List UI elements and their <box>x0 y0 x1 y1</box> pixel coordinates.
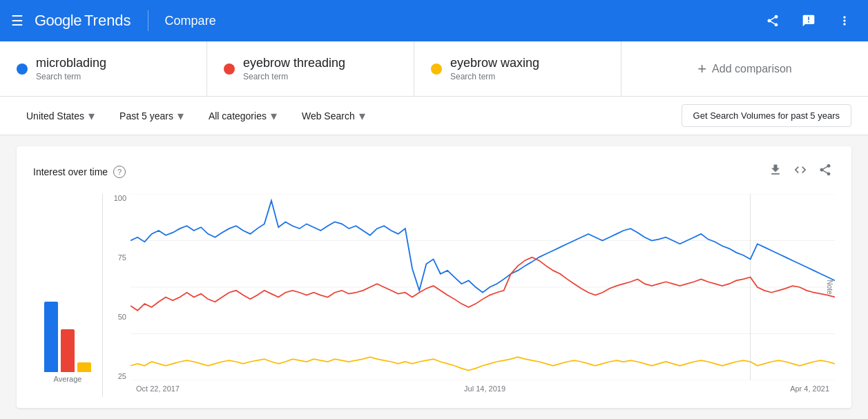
avg-bar-eyebrow-threading <box>61 329 75 372</box>
x-label-3: Apr 4, 2021 <box>790 384 829 393</box>
add-comparison-button[interactable]: + Add comparison <box>621 41 868 96</box>
avg-bar-microblading <box>44 302 58 372</box>
share-icon[interactable] <box>760 8 785 33</box>
chart-svg-container: Note <box>131 194 835 380</box>
menu-icon[interactable]: ☰ <box>11 12 23 29</box>
x-axis: Oct 22, 2017 Jul 14, 2019 Apr 4, 2021 <box>131 380 835 397</box>
term-name-eyebrow-waxing: eyebrow waxing <box>450 56 539 70</box>
y-label-100: 100 <box>114 194 126 202</box>
help-icon[interactable]: ? <box>113 166 126 178</box>
term-name-eyebrow-threading: eyebrow threading <box>243 56 345 70</box>
get-volumes-button[interactable]: Get Search Volumes for past 5 years <box>682 104 851 127</box>
app-logo: Google Trends <box>35 12 131 30</box>
term-info-eyebrow-waxing: eyebrow waxing Search term <box>450 56 539 81</box>
search-type-filter[interactable]: Web Search ▾ <box>292 103 375 129</box>
term-info-eyebrow-threading: eyebrow threading Search term <box>243 56 345 81</box>
chart-body: Average 100 75 50 25 <box>33 194 835 397</box>
location-filter[interactable]: United States ▾ <box>17 103 104 129</box>
average-label: Average <box>54 375 82 383</box>
chart-header: Interest over time ? <box>33 160 835 183</box>
add-icon: + <box>697 60 706 78</box>
location-chevron-icon: ▾ <box>88 108 95 124</box>
chart-title: Interest over time <box>33 166 108 177</box>
term-type-microblading: Search term <box>36 72 106 81</box>
download-icon[interactable] <box>766 160 785 183</box>
time-filter-label: Past 5 years <box>119 110 173 121</box>
term-info-microblading: microblading Search term <box>36 56 106 81</box>
help-icon-label: ? <box>117 168 122 176</box>
avg-bar-eyebrow-waxing <box>77 362 91 372</box>
term-dot-eyebrow-waxing <box>431 64 442 75</box>
term-dot-eyebrow-threading <box>224 64 235 75</box>
y-label-25: 25 <box>118 372 126 380</box>
search-type-label: Web Search <box>302 110 355 121</box>
search-terms-bar: microblading Search term eyebrow threadi… <box>0 41 868 97</box>
share-chart-icon[interactable] <box>816 160 835 183</box>
x-label-1: Oct 22, 2017 <box>136 384 180 393</box>
embed-icon[interactable] <box>791 160 810 183</box>
time-chevron-icon: ▾ <box>177 108 184 124</box>
app-header: ☰ Google Trends Compare <box>0 0 868 41</box>
y-label-75: 75 <box>118 253 126 262</box>
x-label-2: Jul 14, 2019 <box>464 384 505 393</box>
add-comparison-label: Add comparison <box>712 63 792 75</box>
interest-over-time-chart: Interest over time ? <box>17 146 851 408</box>
average-bars <box>44 289 91 372</box>
note-label: Note <box>826 280 833 294</box>
trends-wordmark: Trends <box>84 12 131 30</box>
term-dot-microblading <box>17 64 28 75</box>
page-title: Compare <box>165 14 216 28</box>
search-term-microblading[interactable]: microblading Search term <box>0 41 207 96</box>
category-filter-label: All categories <box>209 110 267 121</box>
term-name-microblading: microblading <box>36 56 106 70</box>
header-divider <box>148 10 148 31</box>
search-term-eyebrow-threading[interactable]: eyebrow threading Search term <box>207 41 414 96</box>
chart-plot-area: 100 75 50 25 <box>102 194 835 397</box>
feedback-icon[interactable] <box>796 8 821 33</box>
term-type-eyebrow-threading: Search term <box>243 72 345 81</box>
y-label-50: 50 <box>118 313 126 321</box>
search-term-eyebrow-waxing[interactable]: eyebrow waxing Search term <box>414 41 621 96</box>
header-actions <box>760 8 857 33</box>
search-type-chevron-icon: ▾ <box>359 108 365 124</box>
category-filter[interactable]: All categories ▾ <box>199 103 287 129</box>
chart-sidebar: Average <box>33 194 102 397</box>
google-wordmark: Google <box>35 12 81 30</box>
y-axis: 100 75 50 25 <box>103 194 131 380</box>
filters-bar: United States ▾ Past 5 years ▾ All categ… <box>0 97 868 135</box>
time-filter[interactable]: Past 5 years ▾ <box>110 103 193 129</box>
chart-actions <box>766 160 835 183</box>
more-options-icon[interactable] <box>832 8 857 33</box>
main-content: Interest over time ? <box>0 135 868 419</box>
location-filter-label: United States <box>26 110 84 121</box>
term-type-eyebrow-waxing: Search term <box>450 72 539 81</box>
category-chevron-icon: ▾ <box>271 108 277 124</box>
